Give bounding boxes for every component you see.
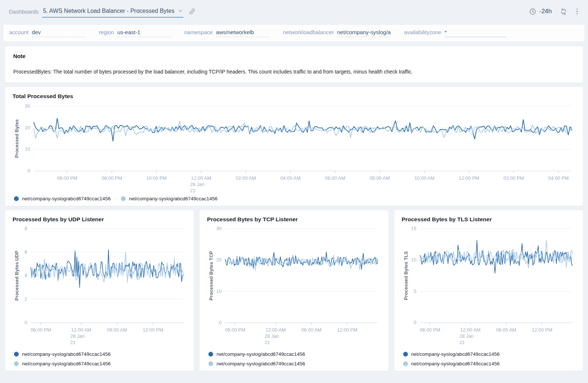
kebab-menu-icon[interactable] [575, 8, 580, 15]
svg-text:02:00 AM: 02:00 AM [236, 175, 256, 181]
series-color-dot [14, 361, 19, 366]
filter-label: networkloadbalancer [283, 29, 334, 35]
breadcrumb[interactable]: Dashboards [9, 8, 39, 15]
svg-text:06:00 PM: 06:00 PM [57, 175, 78, 181]
legend-item[interactable]: net/company-syslog/abcd6749ccac1456 [121, 196, 218, 201]
svg-text:08:00 PM: 08:00 PM [101, 175, 122, 181]
dashboard-title-dropdown[interactable]: 5. AWS Network Load Balancer - Processed… [42, 6, 183, 18]
svg-text:5: 5 [413, 289, 416, 294]
svg-text:Processed Bytes TCP: Processed Bytes TCP [208, 251, 214, 300]
series-color-dot [403, 361, 408, 366]
svg-text:12:00 AM: 12:00 AM [71, 327, 91, 333]
svg-text:21: 21 [190, 188, 195, 193]
svg-text:06:00 AM: 06:00 AM [325, 175, 345, 181]
legend-item[interactable]: net/company-syslog/abcd6749ccac1456 [14, 196, 111, 201]
svg-text:28 Jan: 28 Jan [459, 333, 474, 339]
svg-text:Processed Bytes: Processed Bytes [14, 119, 19, 158]
account-filter-input[interactable]: dev [32, 29, 86, 37]
header-actions: -24h [529, 8, 579, 15]
total-processed-bytes-chart[interactable]: 010203006:00 PM08:00 PM10:00 PM12:00 AM2… [12, 102, 576, 194]
svg-text:2: 2 [25, 296, 27, 302]
svg-text:06:00 PM: 06:00 PM [31, 327, 51, 333]
chart-legend: net/company-syslog/abcd6749ccac1456 net/… [207, 351, 381, 366]
chart-title: Processed Bytes by TLS Listener [402, 216, 576, 223]
svg-text:12:00 PM: 12:00 PM [532, 327, 552, 333]
legend-label: net/company-syslog/abcd6749ccac1456 [22, 351, 111, 357]
availabilityzone-filter-input[interactable]: * [445, 29, 506, 37]
svg-text:12:00 AM: 12:00 AM [460, 327, 480, 333]
legend-label: net/company-syslog/abcd6749ccac1456 [216, 351, 305, 357]
svg-text:04:00 AM: 04:00 AM [280, 175, 301, 181]
svg-text:28 Jan: 28 Jan [190, 182, 204, 187]
tls-listener-panel: Processed Bytes by TLS Listener 05101506… [394, 210, 583, 371]
svg-text:10:00 PM: 10:00 PM [146, 175, 167, 181]
chart-title: Processed Bytes by TCP Listener [207, 216, 381, 223]
note-body: ProcessedBytes: The total number of byte… [13, 69, 575, 75]
networkloadbalancer-filter-input[interactable]: net/company-syslog/a [337, 29, 391, 37]
legend-item[interactable]: net/company-syslog/abcd6749ccac1456 [14, 351, 186, 357]
region-filter-input[interactable]: us-east-1 [117, 29, 171, 37]
legend-label: net/company-syslog/abcd6749ccac1456 [22, 361, 111, 366]
series-color-dot [403, 352, 408, 357]
svg-text:06:00 AM: 06:00 AM [301, 327, 322, 333]
filter-label: namespace [184, 29, 213, 35]
chevron-down-icon [178, 10, 183, 12]
legend-label: net/company-syslog/abcd6749ccac1456 [411, 361, 500, 366]
svg-text:08:00 AM: 08:00 AM [370, 175, 390, 181]
time-range-label: -24h [539, 8, 552, 15]
chart-legend: net/company-syslog/abcd6749ccac1456 net/… [12, 351, 186, 366]
svg-text:8: 8 [25, 226, 27, 231]
chart-title: Total Processed Bytes [12, 93, 576, 100]
svg-text:04:00 PM: 04:00 PM [548, 175, 569, 181]
svg-text:Processed Bytes UDP: Processed Bytes UDP [14, 251, 19, 301]
legend-item[interactable]: net/company-syslog/abcd6749ccac1456 [403, 351, 576, 357]
series-color-dot [208, 352, 213, 357]
svg-text:28 Jan: 28 Jan [265, 333, 279, 339]
filter-label: region [99, 29, 114, 35]
udp-listener-panel: Processed Bytes by UDP Listener 0246806:… [5, 210, 194, 371]
top-header: Dashboards 5. AWS Network Load Balancer … [0, 0, 588, 23]
legend-label: net/company-syslog/abcd6749ccac1456 [216, 361, 305, 366]
refresh-icon[interactable] [560, 8, 567, 15]
svg-text:12:00 AM: 12:00 AM [266, 327, 286, 333]
note-title: Note [13, 53, 575, 59]
svg-text:0: 0 [25, 320, 27, 325]
svg-text:4: 4 [25, 273, 27, 278]
chart-title: Processed Bytes by UDP Listener [12, 216, 186, 223]
legend-item[interactable]: net/company-syslog/abcd6749ccac1456 [14, 361, 186, 366]
svg-text:12:00 PM: 12:00 PM [337, 327, 358, 333]
time-range-button[interactable]: -24h [529, 8, 552, 15]
svg-text:12:00 PM: 12:00 PM [143, 327, 163, 333]
svg-text:0: 0 [28, 168, 30, 173]
svg-text:Processed Bytes TLS: Processed Bytes TLS [403, 251, 409, 300]
filter-namespace: namespace aws/networkelb [184, 29, 270, 37]
svg-text:02:00 PM: 02:00 PM [503, 175, 524, 181]
svg-text:21: 21 [265, 340, 270, 345]
legend-label: net/company-syslog/abcd6749ccac1456 [411, 351, 500, 357]
svg-text:6: 6 [25, 249, 27, 255]
clock-icon [529, 8, 536, 15]
legend-item[interactable]: net/company-syslog/abcd6749ccac1456 [403, 361, 576, 366]
link-icon[interactable] [189, 8, 196, 15]
series-color-dot [14, 352, 19, 357]
tcp-listener-panel: Processed Bytes by TCP Listener 01020300… [200, 210, 388, 371]
namespace-filter-input[interactable]: aws/networkelb [216, 29, 270, 37]
filter-region: region us-east-1 [99, 29, 171, 37]
svg-text:21: 21 [70, 340, 75, 345]
svg-text:06:00 AM: 06:00 AM [496, 327, 516, 333]
total-processed-bytes-panel: Total Processed Bytes 010203006:00 PM08:… [5, 87, 583, 206]
filter-account: account dev [9, 29, 86, 37]
svg-text:10:00 AM: 10:00 AM [414, 175, 434, 181]
svg-text:06:00 PM: 06:00 PM [420, 327, 440, 333]
svg-text:06:00 PM: 06:00 PM [225, 327, 245, 333]
svg-text:28 Jan: 28 Jan [70, 333, 85, 339]
svg-text:20: 20 [216, 257, 222, 262]
legend-item[interactable]: net/company-syslog/abcd6749ccac1456 [208, 361, 381, 366]
tls-listener-chart[interactable]: 05101506:00 PM12:00 AM28 Jan2106:00 AM12… [402, 225, 576, 346]
udp-listener-chart[interactable]: 0246806:00 PM12:00 AM28 Jan2106:00 AM12:… [12, 225, 186, 346]
tcp-listener-chart[interactable]: 010203006:00 PM12:00 AM28 Jan2106:00 AM1… [207, 225, 381, 346]
chart-legend: net/company-syslog/abcd6749ccac1456 net/… [402, 351, 576, 366]
svg-text:12:00 PM: 12:00 PM [459, 175, 480, 181]
legend-label: net/company-syslog/abcd6749ccac1456 [22, 196, 111, 201]
legend-item[interactable]: net/company-syslog/abcd6749ccac1456 [208, 351, 381, 357]
